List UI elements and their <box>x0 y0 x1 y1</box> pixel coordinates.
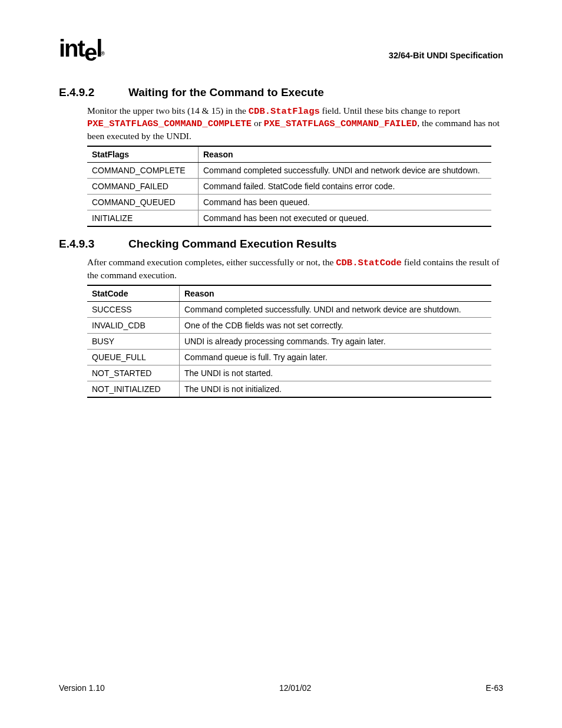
table-row: NOT_STARTEDThe UNDI is not started. <box>87 365 491 381</box>
statflags-table: StatFlags Reason COMMAND_COMPLETECommand… <box>87 146 491 227</box>
cell-reason: Command queue is full. Try again later. <box>180 350 492 365</box>
section-title: Checking Command Execution Results <box>128 238 337 250</box>
cell-reason: Command has been not executed or queued. <box>199 210 492 227</box>
section-number: E.4.9.3 <box>59 238 128 251</box>
table-row: COMMAND_COMPLETECommand completed succes… <box>87 163 491 179</box>
footer-date: 12/01/02 <box>279 683 312 693</box>
table-row: SUCCESSCommand completed successfully. U… <box>87 302 491 318</box>
table-row: QUEUE_FULLCommand queue is full. Try aga… <box>87 350 491 365</box>
col-header-statcode: StatCode <box>87 285 180 302</box>
cell-reason: Command completed successfully. UNDI and… <box>199 163 492 179</box>
col-header-statflags: StatFlags <box>87 146 199 163</box>
cell-statflags: COMMAND_FAILED <box>87 179 199 195</box>
table-row: NOT_INITIALIZEDThe UNDI is not initializ… <box>87 381 491 398</box>
page-footer: Version 1.10 12/01/02 E-63 <box>59 683 503 693</box>
footer-version: Version 1.10 <box>59 683 105 693</box>
cell-reason: Command failed. StatCode field contains … <box>199 179 492 195</box>
cell-statcode: SUCCESS <box>87 302 180 318</box>
code-cdb-statflags: CDB.StatFlags <box>249 106 320 117</box>
intel-logo: intel® <box>59 37 104 60</box>
cell-statcode: BUSY <box>87 334 180 350</box>
table-header-row: StatCode Reason <box>87 285 491 302</box>
section1-paragraph: Monitor the upper two bits (14 & 15) in … <box>87 105 503 142</box>
cell-statflags: COMMAND_COMPLETE <box>87 163 199 179</box>
text-fragment: Monitor the upper two bits (14 & 15) in … <box>87 106 249 116</box>
text-fragment: After command execution completes, eithe… <box>87 257 336 267</box>
cell-statcode: QUEUE_FULL <box>87 350 180 365</box>
table-row: INITIALIZECommand has been not executed … <box>87 210 491 227</box>
section-heading-checking: E.4.9.3Checking Command Execution Result… <box>59 238 503 251</box>
cell-statflags: COMMAND_QUEUED <box>87 195 199 210</box>
section-heading-waiting: E.4.9.2Waiting for the Command to Execut… <box>59 86 503 99</box>
cell-reason: Command completed successfully. UNDI and… <box>180 302 492 318</box>
spec-title: 32/64-Bit UNDI Specification <box>389 51 503 60</box>
text-fragment: or <box>252 118 264 128</box>
cell-reason: One of the CDB fields was not set correc… <box>180 318 492 334</box>
cell-statflags: INITIALIZE <box>87 210 199 227</box>
section-number: E.4.9.2 <box>59 86 128 99</box>
table-row: INVALID_CDBOne of the CDB fields was not… <box>87 318 491 334</box>
table-row: BUSYUNDI is already processing commands.… <box>87 334 491 350</box>
statcode-table: StatCode Reason SUCCESSCommand completed… <box>87 285 491 398</box>
section2-paragraph: After command execution completes, eithe… <box>87 256 503 281</box>
table-header-row: StatFlags Reason <box>87 146 491 163</box>
section-title: Waiting for the Command to Execute <box>128 86 324 98</box>
code-cdb-statcode: CDB.StatCode <box>336 258 402 268</box>
code-statflags-failed: PXE_STATFLAGS_COMMAND_FAILED <box>264 118 417 129</box>
table-row: COMMAND_QUEUEDCommand has been queued. <box>87 195 491 210</box>
cell-statcode: INVALID_CDB <box>87 318 180 334</box>
cell-statcode: NOT_INITIALIZED <box>87 381 180 398</box>
page-header: intel® 32/64-Bit UNDI Specification <box>59 37 503 60</box>
cell-reason: The UNDI is not started. <box>180 365 492 381</box>
cell-reason: UNDI is already processing commands. Try… <box>180 334 492 350</box>
col-header-reason: Reason <box>199 146 492 163</box>
text-fragment: field. Until these bits change to report <box>320 106 460 116</box>
cell-statcode: NOT_STARTED <box>87 365 180 381</box>
code-statflags-complete: PXE_STATFLAGS_COMMAND_COMPLETE <box>87 118 252 129</box>
table-row: COMMAND_FAILEDCommand failed. StatCode f… <box>87 179 491 195</box>
col-header-reason: Reason <box>180 285 492 302</box>
cell-reason: Command has been queued. <box>199 195 492 210</box>
cell-reason: The UNDI is not initialized. <box>180 381 492 398</box>
footer-page-number: E-63 <box>485 683 503 693</box>
document-page: intel® 32/64-Bit UNDI Specification E.4.… <box>0 0 562 398</box>
